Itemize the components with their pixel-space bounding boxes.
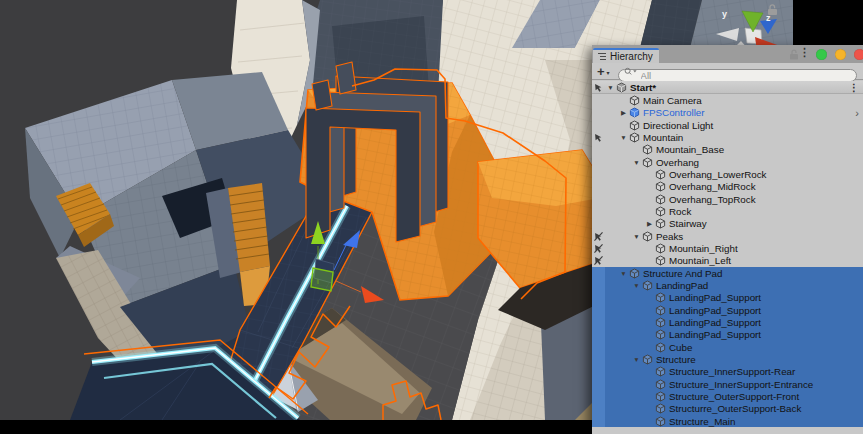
gutter-cell	[592, 316, 605, 328]
scene-header-row[interactable]: ▼Start*⋮	[592, 81, 863, 94]
kebab-menu-icon[interactable]: ⋮	[849, 81, 859, 93]
hierarchy-row[interactable]: Mountain_Left	[592, 255, 863, 267]
add-dropdown-caret-icon[interactable]: ▾	[607, 69, 610, 76]
cube-icon	[629, 132, 641, 143]
row-label: Rock	[669, 206, 691, 217]
cube-icon	[642, 231, 654, 242]
hierarchy-row[interactable]: Structure_InnerSupport-Entrance	[592, 378, 863, 390]
cube-icon	[655, 317, 667, 328]
hierarchy-row[interactable]: Structure_OuterSupport-Front	[592, 390, 863, 402]
row-label: Main Camera	[643, 95, 702, 106]
gutter-cell	[592, 366, 605, 378]
hierarchy-row[interactable]: Overhang_TopRock	[592, 193, 863, 205]
row-label: Structure_InnerSupport-Entrance	[669, 379, 813, 390]
row-label: Structurre_OuterSupport-Back	[669, 403, 801, 414]
gutter-cell	[592, 193, 605, 205]
row-label: Peaks	[656, 231, 683, 242]
row-label: Start*	[630, 82, 656, 93]
hierarchy-row[interactable]: LandingPad_Support	[592, 316, 863, 328]
expand-arrow-icon[interactable]: ▼	[631, 356, 642, 363]
tab-hierarchy[interactable]: Hierarchy	[593, 48, 659, 63]
gutter-cell	[592, 378, 605, 390]
hierarchy-row[interactable]: ▼Structure	[592, 353, 863, 365]
row-label: Overhang_LowerRock	[669, 169, 766, 180]
indent-spacer	[605, 223, 644, 224]
hierarchy-row[interactable]: Structure_Main	[592, 415, 863, 427]
cube-icon	[655, 379, 667, 390]
hierarchy-row[interactable]: ▼Overhang	[592, 156, 863, 168]
expand-arrow-icon[interactable]: ▶	[618, 109, 629, 117]
hierarchy-row[interactable]: Directional Light	[592, 119, 863, 131]
hierarchy-row[interactable]: LandingPad_Support	[592, 304, 863, 316]
gutter-cell	[592, 390, 605, 402]
gutter-cell	[592, 267, 605, 279]
cube-icon	[655, 403, 667, 414]
prefab-icon	[629, 107, 641, 118]
indent-spacer	[605, 100, 618, 101]
hierarchy-row[interactable]: LandingPad_Support	[592, 292, 863, 304]
add-gameobject-button[interactable]: +	[597, 65, 605, 78]
window-button-green[interactable]	[816, 49, 827, 60]
expand-arrow-icon[interactable]: ▶	[644, 220, 655, 228]
indent-spacer	[605, 174, 644, 175]
indent-spacer	[605, 260, 644, 261]
hierarchy-row[interactable]: ▼Peaks	[592, 230, 863, 242]
row-label: Overhang	[656, 157, 699, 168]
expand-arrow-icon[interactable]: ▼	[605, 84, 616, 91]
cube-icon	[629, 120, 641, 131]
hierarchy-row[interactable]: Structurre_OuterSupport-Back	[592, 403, 863, 415]
cube-icon	[655, 391, 667, 402]
indent-spacer	[605, 125, 618, 126]
hierarchy-row[interactable]: Mountain_Base	[592, 144, 863, 156]
indent-spacer	[605, 112, 618, 113]
cube-icon	[655, 305, 667, 316]
picking-toggle-icon[interactable]	[592, 81, 605, 93]
expand-arrow-icon[interactable]: ▼	[618, 134, 629, 141]
cube-icon	[629, 268, 641, 279]
hierarchy-row[interactable]: ▶FPSController›	[592, 107, 863, 119]
expand-arrow-icon[interactable]: ▼	[631, 233, 642, 240]
indent-spacer	[605, 211, 644, 212]
hierarchy-row[interactable]: Structure_InnerSupport-Rear	[592, 366, 863, 378]
picking-disabled-icon[interactable]	[592, 255, 605, 267]
picking-disabled-icon[interactable]	[592, 242, 605, 254]
cube-icon	[655, 206, 667, 217]
expand-arrow-icon[interactable]: ▼	[631, 159, 642, 166]
hierarchy-row[interactable]: Main Camera	[592, 94, 863, 106]
window-button-red[interactable]	[854, 49, 863, 60]
indent-spacer	[605, 322, 644, 323]
hierarchy-row[interactable]: Overhang_LowerRock	[592, 168, 863, 180]
expand-arrow-icon[interactable]: ▼	[618, 270, 629, 277]
hierarchy-row[interactable]: ▼LandingPad	[592, 279, 863, 291]
hierarchy-row[interactable]: Cube	[592, 341, 863, 353]
search-field-wrap	[618, 65, 857, 78]
picking-disabled-icon[interactable]	[592, 230, 605, 242]
gutter-cell	[592, 119, 605, 131]
hierarchy-row[interactable]: Rock	[592, 205, 863, 217]
gutter-cell	[592, 353, 605, 365]
prefab-open-chevron-icon[interactable]: ›	[855, 107, 859, 119]
hierarchy-row[interactable]: ▶Stairway	[592, 218, 863, 230]
indent-spacer	[605, 421, 644, 422]
row-label: Mountain	[643, 132, 683, 143]
cube-icon	[642, 144, 654, 155]
row-label: Structure_Main	[669, 416, 735, 427]
cube-icon	[655, 342, 667, 353]
hierarchy-row[interactable]: ▼Mountain	[592, 131, 863, 143]
cube-icon	[642, 157, 654, 168]
picking-toggle-icon[interactable]	[592, 131, 605, 143]
row-label: LandingPad_Support	[669, 292, 761, 303]
indent-spacer	[605, 149, 631, 150]
row-label: Overhang_TopRock	[669, 194, 756, 205]
hierarchy-row[interactable]: LandingPad_Support	[592, 329, 863, 341]
expand-arrow-icon[interactable]: ▼	[631, 282, 642, 289]
hierarchy-row[interactable]: Overhang_MidRock	[592, 181, 863, 193]
hierarchy-tab-icon	[597, 52, 607, 61]
search-icon[interactable]	[624, 67, 638, 76]
indent-spacer	[605, 137, 618, 138]
hierarchy-row[interactable]: ▼Structure And Pad	[592, 267, 863, 279]
hierarchy-row[interactable]: Mountain_Right	[592, 242, 863, 254]
panel-menu-icon[interactable]: ⋮	[799, 46, 810, 59]
window-button-yellow[interactable]	[835, 49, 846, 60]
lock-icon[interactable]	[789, 49, 799, 60]
